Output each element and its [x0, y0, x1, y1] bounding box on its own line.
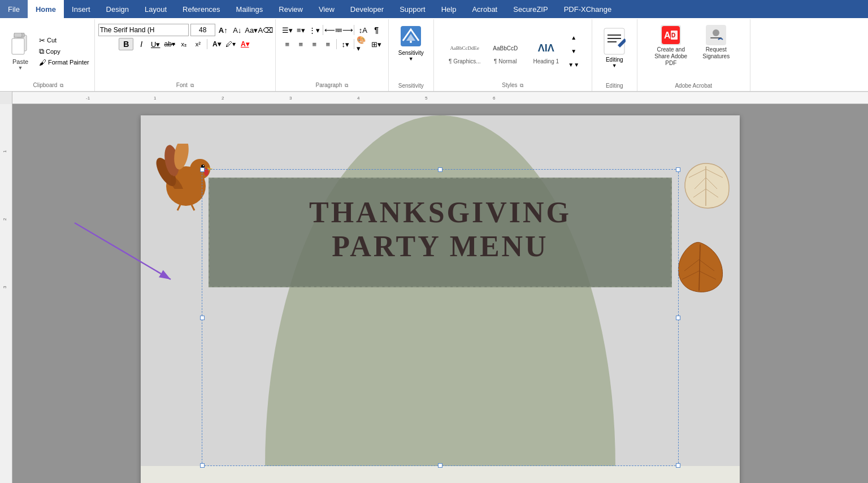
- tab-home[interactable]: Home: [28, 0, 64, 18]
- underline-button[interactable]: U▾: [149, 38, 162, 50]
- text-color-button[interactable]: A▾: [238, 38, 251, 50]
- increase-font-button[interactable]: A↑: [217, 24, 229, 36]
- sort-button[interactable]: ↕A: [357, 24, 369, 36]
- sensitivity-button[interactable]: Sensitivity ▼: [396, 21, 426, 64]
- font-family-input[interactable]: [98, 24, 189, 36]
- clipboard-expand-icon[interactable]: ⧉: [60, 83, 63, 88]
- styles-group: AaBbCcDdEe ¶ Graphics... AaBbCcD ¶ Norma…: [434, 19, 592, 91]
- bullets-button[interactable]: ☰▾: [281, 24, 293, 36]
- styles-expand[interactable]: ▼▼: [567, 59, 580, 71]
- font-expand-icon[interactable]: ⧉: [190, 83, 194, 88]
- clipboard-group: Paste ▼ ✂ Cut ⧉ Copy 🖌 Format Painter Cl: [2, 19, 95, 91]
- sensitivity-label: Sensitivity: [398, 50, 424, 56]
- styles-scroll-up[interactable]: ▲: [567, 32, 580, 44]
- tab-developer[interactable]: Developer: [342, 0, 392, 18]
- align-left-button[interactable]: ≡: [281, 38, 293, 50]
- tab-acrobat[interactable]: Acrobat: [464, 0, 505, 18]
- title-box: THANKSGIVING PARTY MENU: [209, 178, 672, 287]
- multilevel-list-button[interactable]: ⋮▾: [308, 24, 320, 36]
- document-page: THANKSGIVING PARTY MENU APPETIZER Select…: [141, 115, 740, 483]
- handle-mr[interactable]: [676, 316, 680, 320]
- format-painter-button[interactable]: 🖌 Format Painter: [37, 58, 91, 67]
- bold-button[interactable]: B: [119, 38, 133, 50]
- tab-support[interactable]: Support: [392, 0, 433, 18]
- sensitivity-icon: [398, 24, 423, 49]
- styles-expand-icon[interactable]: ⧉: [520, 83, 523, 88]
- svg-text:6: 6: [493, 96, 496, 101]
- tab-file[interactable]: File: [0, 0, 28, 18]
- sensitivity-group-label: Sensitivity: [389, 83, 433, 89]
- style-graphics-preview: AaBbCcDdEe: [448, 38, 481, 58]
- svg-line-39: [192, 205, 194, 210]
- style-graphics[interactable]: AaBbCcDdEe ¶ Graphics...: [445, 36, 484, 67]
- paste-button[interactable]: Paste ▼: [6, 31, 35, 72]
- superscript-button[interactable]: x²: [192, 38, 204, 50]
- horizontal-ruler: -1 1 2 3 4 5 6: [12, 92, 868, 104]
- svg-point-34: [203, 165, 204, 166]
- decrease-font-button[interactable]: A↓: [231, 24, 244, 36]
- font-size-input[interactable]: [190, 24, 215, 36]
- justify-button[interactable]: ≡: [322, 38, 334, 50]
- decrease-indent-button[interactable]: ⟵≡: [326, 24, 338, 36]
- styles-scroll-down[interactable]: ▼: [567, 45, 580, 58]
- document-canvas: THANKSGIVING PARTY MENU APPETIZER Select…: [12, 104, 868, 483]
- request-signatures-button[interactable]: Request Signatures: [696, 24, 736, 61]
- svg-text:1: 1: [154, 96, 157, 101]
- highlight-button[interactable]: 🖊▾: [224, 38, 237, 50]
- create-share-pdf-button[interactable]: A D Create and Share Adobe PDF: [651, 24, 691, 68]
- clipboard-group-label: Clipboard ⧉: [2, 82, 94, 89]
- font-color-button[interactable]: A▾: [210, 38, 223, 50]
- italic-button[interactable]: I: [135, 38, 147, 50]
- style-heading1[interactable]: ΛΙΛ Heading 1: [527, 36, 565, 67]
- tab-references[interactable]: References: [175, 0, 228, 18]
- cut-button[interactable]: ✂ Cut: [37, 36, 91, 45]
- subscript-button[interactable]: x₂: [177, 38, 190, 50]
- align-right-button[interactable]: ≡: [308, 38, 320, 50]
- svg-rect-3: [14, 33, 22, 37]
- strikethrough-button[interactable]: ab▾: [163, 38, 176, 50]
- cut-icon: ✂: [39, 36, 45, 45]
- svg-point-33: [201, 165, 205, 168]
- change-case-button[interactable]: Aa▾: [245, 24, 258, 36]
- document-content: APPETIZER Select the text to update it w…: [141, 466, 740, 483]
- shading-button[interactable]: 🎨▾: [357, 38, 369, 50]
- borders-button[interactable]: ⊞▾: [370, 38, 383, 50]
- tab-design[interactable]: Design: [98, 0, 137, 18]
- svg-text:A: A: [664, 31, 671, 40]
- show-formatting-button[interactable]: ¶: [370, 24, 383, 36]
- style-normal[interactable]: AaBbCcD ¶ Normal: [486, 36, 524, 67]
- paste-icon: [9, 32, 32, 58]
- svg-text:5: 5: [425, 96, 428, 101]
- svg-text:3: 3: [2, 286, 7, 288]
- tab-mailings[interactable]: Mailings: [228, 0, 271, 18]
- tab-securezip[interactable]: SecureZIP: [505, 0, 555, 18]
- paragraph-group: ☰▾ ≡▾ ⋮▾ ⟵≡ ≡⟶ ↕A ¶ ≡ ≡ ≡ ≡ ↕▾ 🎨▾ ⊞▾: [276, 19, 389, 91]
- tab-review[interactable]: Review: [271, 0, 311, 18]
- handle-ml[interactable]: [200, 316, 205, 320]
- line-spacing-button[interactable]: ↕▾: [339, 38, 351, 50]
- editing-group: Editing ▼ Editing: [592, 19, 637, 91]
- increase-indent-button[interactable]: ≡⟶: [339, 24, 351, 36]
- tab-help[interactable]: Help: [433, 0, 465, 18]
- styles-group-label: Styles ⧉: [434, 82, 592, 89]
- svg-point-5: [410, 41, 412, 43]
- tab-insert[interactable]: Insert: [64, 0, 98, 18]
- copy-icon: ⧉: [39, 47, 44, 56]
- numbering-button[interactable]: ≡▾: [294, 24, 307, 36]
- paste-label: Paste: [12, 58, 28, 65]
- tab-layout[interactable]: Layout: [137, 0, 175, 18]
- font-group-label: Font ⧉: [95, 82, 275, 89]
- tab-pdfxchange[interactable]: PDF-XChange: [556, 0, 620, 18]
- tab-view[interactable]: View: [311, 0, 342, 18]
- svg-text:3: 3: [289, 96, 292, 101]
- editing-button[interactable]: Editing ▼: [603, 27, 626, 68]
- paragraph-expand-icon[interactable]: ⧉: [345, 83, 348, 88]
- format-painter-label: Format Painter: [48, 59, 89, 66]
- style-heading1-label: Heading 1: [533, 58, 559, 64]
- align-center-button[interactable]: ≡: [294, 38, 307, 50]
- copy-button[interactable]: ⧉ Copy: [37, 46, 91, 57]
- clear-formatting-button[interactable]: A⌫: [259, 24, 272, 36]
- svg-rect-2: [12, 38, 24, 54]
- sensitivity-group: Sensitivity ▼ Sensitivity: [389, 19, 434, 91]
- svg-text:-1: -1: [86, 96, 90, 101]
